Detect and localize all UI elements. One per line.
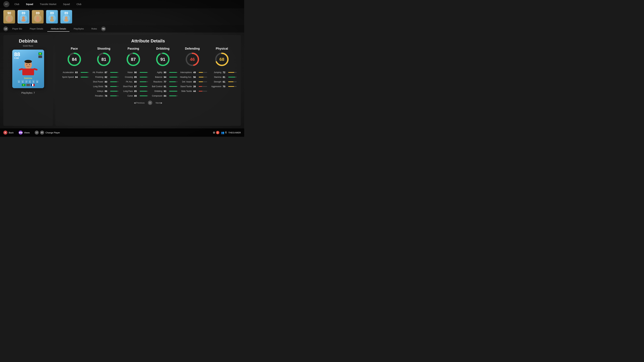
shooting-attrs-col: Att. Position 87 Finishing 82 Shot Power…: [89, 71, 118, 99]
stamina-bar-bg: [228, 77, 237, 77]
strength-value: 61: [223, 80, 227, 83]
crossing-bar-bg: [140, 77, 148, 77]
category-physical: Physical 68: [208, 47, 235, 68]
mini-card-5[interactable]: 89: [60, 10, 72, 23]
card-stat-phy: PHY 68: [36, 80, 38, 83]
tab-roles[interactable]: Roles: [88, 26, 100, 32]
tab-player-details[interactable]: Player Details: [26, 26, 46, 32]
previous-button[interactable]: ◀ Previous: [134, 102, 144, 104]
category-defending-label: Defending: [185, 47, 200, 50]
views-button[interactable]: ◀R▶ Views: [18, 131, 30, 135]
att-position-value: 87: [105, 71, 109, 74]
category-shooting-label: Shooting: [97, 47, 110, 50]
nav-club[interactable]: Club: [14, 3, 19, 5]
svg-point-6: [51, 16, 53, 19]
nav-squad[interactable]: Squad: [26, 3, 33, 5]
curve-value: 89: [134, 94, 138, 97]
top-navigation: Club Squad Transfer Market Squad Club: [14, 3, 81, 5]
mini-card-4[interactable]: 89: [46, 10, 58, 23]
nav-squad2[interactable]: Squad: [63, 3, 70, 5]
ball-control-bar: [169, 86, 177, 87]
reactions-bar-bg: [169, 81, 178, 82]
shot-power-value: 80: [105, 80, 109, 83]
defending-value: 46: [190, 57, 195, 62]
card-rating: 88: [14, 52, 20, 57]
def-aware-bar-bg: [199, 81, 207, 82]
vision-value: 90: [134, 71, 138, 74]
mini-card-3[interactable]: 89: [32, 10, 44, 23]
short-pass-bar: [140, 86, 147, 87]
stand-tackle-value: 39: [193, 85, 198, 88]
svg-point-4: [36, 16, 39, 19]
agility-label: Agility: [148, 71, 162, 73]
mini-card-1[interactable]: 90: [3, 10, 15, 23]
next-button[interactable]: Next ▶: [156, 102, 162, 104]
attr-stamina: Stamina 81: [207, 76, 237, 78]
def-aware-bar: [199, 81, 203, 82]
physical-value: 68: [220, 57, 224, 62]
penalties-bar: [110, 95, 117, 96]
mini-card-rating-2: 89: [22, 11, 25, 15]
reactions-value: 77: [164, 80, 168, 83]
friends-section: 👥 6: [221, 131, 227, 134]
club-logo: U7: [3, 1, 10, 7]
fk-acc-bar-bg: [140, 81, 148, 82]
attr-penalties: Penalties 78: [89, 94, 118, 97]
attr-strength: Strength 61: [207, 80, 237, 83]
heading-acc-value: 56: [193, 76, 198, 78]
tab-playstyles[interactable]: PlayStyles: [70, 26, 87, 32]
r-button-icon: ◀R▶: [18, 131, 23, 135]
left-panel: Debinha Gold Rare 88 CAM: [3, 35, 53, 126]
mini-card-2[interactable]: 89: [18, 10, 29, 23]
aggression-label: Aggression: [207, 85, 221, 88]
shot-power-bar: [110, 81, 117, 82]
tab-navigation: LB Player Bio Player Details Attribute D…: [0, 25, 244, 32]
passing-attrs-col: Vision 90 Crossing 85 FK Acc. 80: [118, 71, 148, 99]
attr-long-shots: Long Shots 78: [89, 85, 118, 88]
svg-point-12: [24, 60, 32, 63]
dribbling-stat-bar: [169, 91, 177, 91]
finishing-bar-bg: [110, 77, 118, 77]
attr-balance: Balance 94: [148, 76, 178, 78]
change-player-button[interactable]: LT RT Change Player: [35, 131, 60, 135]
long-pass-label: Long Pass: [118, 90, 133, 92]
interceptions-bar: [199, 72, 203, 73]
category-dribbling-label: Dribbling: [156, 47, 170, 50]
finishing-bar: [110, 77, 117, 77]
attr-long-pass: Long Pass 85: [118, 90, 148, 92]
svg-point-3: [22, 19, 26, 21]
jumping-label: Jumping: [207, 71, 221, 73]
card-stats-row: PAC 84 SHO 81 PAS 87 DRI 91 DEF 46: [18, 80, 38, 83]
attr-vision: Vision 90: [118, 71, 148, 74]
lb-controller[interactable]: LB: [3, 26, 8, 31]
category-pace-label: Pace: [71, 47, 78, 50]
nav-transfer-market[interactable]: Transfer Market: [40, 3, 56, 5]
mini-avatar-5: [62, 15, 70, 22]
top-bar: U7 Club Squad Transfer Market Squad Club: [0, 0, 244, 8]
settings-icon: ⚙: [213, 131, 215, 134]
curve-label: Curve: [118, 95, 133, 97]
attr-fk-acc: FK Acc. 80: [118, 80, 148, 83]
dribbling-attrs-col: Agility 90 Balance 94 Reactions 77: [148, 71, 178, 99]
long-shots-bar-bg: [110, 86, 118, 87]
composure-bar: [169, 95, 176, 96]
attribute-categories: Pace 84 Shooting 81: [60, 47, 237, 68]
acceleration-value: 83: [75, 71, 79, 74]
physical-circle: 68: [214, 52, 230, 67]
card-stat-pac: PAC 84: [18, 80, 20, 83]
tab-attribute-details[interactable]: Attribute Details: [47, 26, 70, 32]
vision-label: Vision: [118, 71, 133, 73]
volleys-value: 86: [105, 90, 109, 92]
player-avatar: [17, 60, 39, 76]
card-stat-def: DEF 46: [32, 80, 35, 83]
attr-composure: Composure 84: [148, 94, 178, 97]
tab-player-bio[interactable]: Player Bio: [9, 26, 26, 32]
back-button[interactable]: B Back: [3, 131, 14, 135]
rb-controller[interactable]: RB: [101, 26, 106, 31]
finishing-value: 82: [105, 76, 109, 78]
vision-bar-bg: [140, 72, 148, 73]
svg-point-13: [26, 64, 27, 65]
nav-club2[interactable]: Club: [76, 3, 81, 5]
interceptions-label: Interceptions: [178, 71, 192, 73]
defending-circle: 46: [185, 52, 200, 67]
